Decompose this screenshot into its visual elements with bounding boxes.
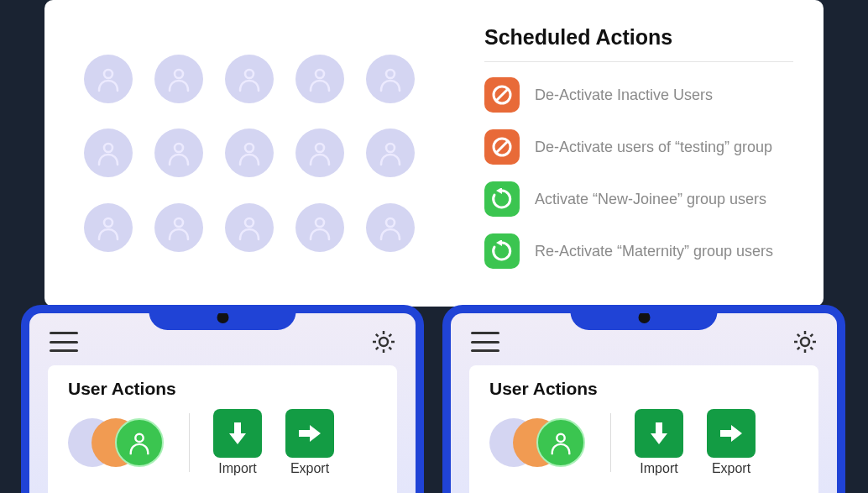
divider (610, 413, 611, 472)
user-avatar (295, 128, 344, 177)
divider (189, 413, 190, 472)
user-avatar-grid (44, 0, 454, 307)
main-card: Scheduled Actions De-Activate Inactive U… (44, 0, 824, 307)
export-button[interactable]: Export (707, 409, 756, 476)
arrow-right-icon (285, 409, 334, 458)
user-avatar (84, 203, 133, 252)
prohibit-icon (484, 77, 520, 113)
user-avatar (366, 203, 415, 252)
avatar-stack (68, 417, 165, 469)
tablet-device-left: User Actions Import Export (21, 305, 424, 493)
scheduled-actions-title: Scheduled Actions (484, 25, 793, 62)
arrow-right-icon (707, 409, 756, 458)
tablet-device-right: User Actions Import Export (442, 305, 845, 493)
menu-icon[interactable] (50, 332, 78, 352)
export-button[interactable]: Export (285, 409, 334, 476)
scheduled-action-label: Re-Activate “Maternity” group users (535, 243, 773, 260)
user-avatar (154, 55, 203, 103)
user-actions-card: User Actions Import Export (48, 365, 397, 493)
user-avatar (295, 203, 344, 252)
user-actions-title: User Actions (489, 379, 798, 399)
export-label: Export (712, 461, 750, 476)
prohibit-icon (484, 129, 520, 165)
user-actions-card: User Actions Import Export (469, 365, 818, 493)
scheduled-actions-panel: Scheduled Actions De-Activate Inactive U… (454, 0, 824, 307)
user-actions-title: User Actions (68, 379, 377, 399)
user-avatar (84, 128, 133, 177)
scheduled-action-label: Activate “New-Joinee” group users (535, 191, 766, 208)
import-label: Import (218, 461, 256, 476)
import-button[interactable]: Import (635, 409, 683, 476)
camera-icon (638, 312, 650, 323)
user-avatar (154, 128, 203, 177)
menu-icon[interactable] (471, 332, 499, 352)
user-avatar (84, 55, 133, 103)
user-avatar (295, 55, 344, 103)
scheduled-action-label: De-Activate users of “testing” group (535, 139, 772, 156)
scheduled-action-row[interactable]: Re-Activate “Maternity” group users (484, 233, 793, 269)
refresh-icon (484, 233, 520, 269)
user-avatar (366, 55, 415, 103)
device-notch (149, 305, 296, 330)
user-avatar (225, 128, 274, 177)
arrow-down-icon (635, 409, 683, 458)
user-avatar (115, 418, 164, 467)
import-label: Import (640, 461, 677, 476)
user-avatar (225, 203, 274, 252)
user-avatar (225, 55, 274, 103)
scheduled-action-row[interactable]: De-Activate Inactive Users (484, 77, 793, 113)
refresh-icon (484, 181, 520, 217)
avatar-stack (489, 417, 587, 469)
export-label: Export (290, 461, 329, 476)
arrow-down-icon (213, 409, 262, 458)
user-avatar (366, 128, 415, 177)
camera-icon (217, 312, 228, 323)
user-avatar (154, 203, 203, 252)
user-avatar (536, 418, 585, 467)
scheduled-action-label: De-Activate Inactive Users (535, 87, 713, 104)
gear-icon[interactable] (372, 330, 395, 354)
import-button[interactable]: Import (213, 409, 262, 476)
device-notch (571, 305, 718, 330)
scheduled-action-row[interactable]: De-Activate users of “testing” group (484, 129, 793, 165)
scheduled-action-row[interactable]: Activate “New-Joinee” group users (484, 181, 793, 217)
gear-icon[interactable] (793, 330, 817, 354)
